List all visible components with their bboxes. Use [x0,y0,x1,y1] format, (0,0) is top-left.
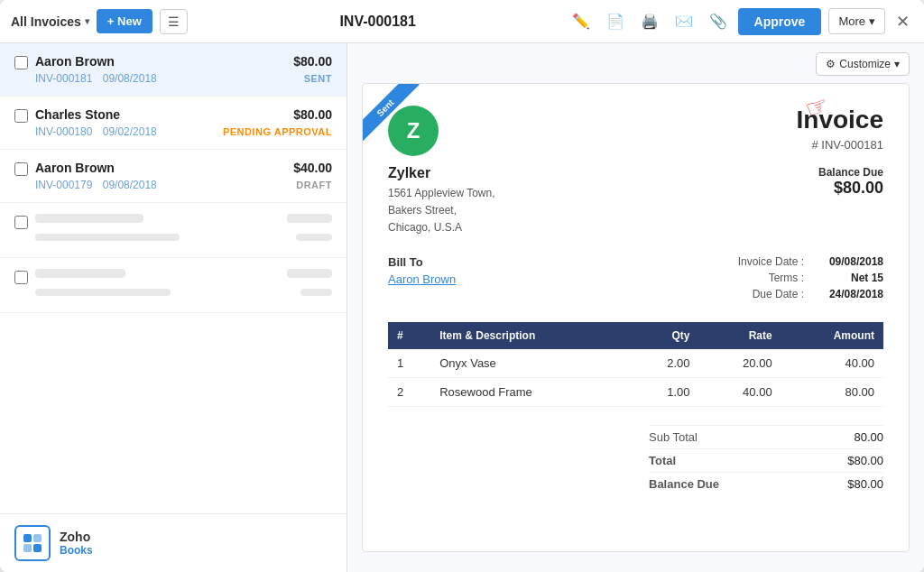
item-amount-1: $80.00 [293,54,332,69]
invoice-meta-table: Invoice Date : 09/08/2018 Terms : Net 15… [723,255,883,304]
customize-chevron-icon: ▾ [894,58,900,70]
logo-sub: Books [60,544,93,557]
item-date-1: 09/08/2018 [103,72,157,85]
cell-qty: 1.00 [628,377,699,406]
table-row: 2 Rosewood Frame 1.00 40.00 80.00 [388,377,883,406]
close-button[interactable]: ✕ [892,8,913,35]
status-badge-2: PENDING APPROVAL [223,126,332,137]
top-bar: All Invoices ▾ + New ☰ INV-000181 ✏️ 📄 🖨… [0,0,924,43]
more-label: More [838,14,865,28]
skeleton-checkbox-2[interactable] [14,271,28,284]
total-value: $80.00 [847,454,883,467]
list-item[interactable]: Aaron Brown $40.00 INV-000179 09/08/2018… [0,150,346,203]
cell-amount: 80.00 [781,377,883,406]
invoice-title-block: Invoice # INV-000181 Balance Due $80.00 [797,106,883,198]
terms-label: Terms : [723,272,804,284]
skeleton-item [0,258,346,313]
col-header-rate: Rate [698,322,781,349]
item-inv-id-3: INV-000179 [35,179,92,191]
cell-desc: Rosewood Frame [430,377,628,406]
customize-button[interactable]: ⚙ Customize ▾ [816,52,910,76]
email-icon-button[interactable]: ✉️ [671,9,697,33]
item-meta-3: INV-000179 09/08/2018 [35,179,164,191]
col-header-num: # [388,322,430,349]
logo-icon [14,525,51,561]
meta-row-due-date: Due Date : 24/08/2018 [723,288,883,300]
item-checkbox-2[interactable] [14,109,28,123]
meta-row-terms: Terms : Net 15 [723,272,883,284]
balance-due-label: Balance Due [797,166,883,179]
due-date-label: Due Date : [723,288,804,300]
list-item[interactable]: Aaron Brown $80.00 INV-000181 09/08/2018… [0,43,346,97]
cell-desc: Onyx Vase [430,349,628,378]
more-chevron-icon: ▾ [869,14,875,28]
col-header-qty: Qty [628,322,699,349]
table-row: 1 Onyx Vase 2.00 20.00 40.00 [388,349,883,378]
bill-section: Bill To Aaron Brown Invoice Date : 09/08… [388,255,883,304]
chevron-down-icon: ▾ [85,16,89,26]
approve-button[interactable]: Approve [738,8,822,35]
terms-value: Net 15 [811,272,883,284]
svg-rect-1 [33,534,42,542]
print-icon-button[interactable]: 🖨️ [637,9,662,33]
customize-bar: ⚙ Customize ▾ [347,43,924,76]
all-invoices-label: All Invoices [11,14,81,29]
company-address: 1561 Appleview Town, Bakers Street, Chic… [388,185,495,237]
app-window: All Invoices ▾ + New ☰ INV-000181 ✏️ 📄 🖨… [0,0,924,572]
svg-rect-2 [23,544,32,552]
item-name-3: Aaron Brown [35,161,115,175]
item-checkbox-3[interactable] [14,162,28,176]
col-header-amount: Amount [781,322,883,349]
all-invoices-dropdown[interactable]: All Invoices ▾ [11,14,89,29]
menu-button[interactable]: ☰ [160,9,188,34]
bill-to-label: Bill To [388,255,456,269]
logo-name: Zoho [60,530,93,544]
balance-due-footer-row: Balance Due $80.00 [649,472,883,495]
item-name-1: Aaron Brown [35,54,115,69]
item-meta-2: INV-000180 09/02/2018 [35,125,164,138]
invoice-document: Sent Z Zylker 1561 Appleview Town, Baker… [362,83,910,552]
totals-section: Sub Total 80.00 Total $80.00 Balance Due… [388,425,883,495]
cell-rate: 40.00 [698,377,781,406]
item-checkbox-1[interactable] [14,56,28,69]
invoice-date-value: 09/08/2018 [811,255,883,268]
sidebar: Aaron Brown $80.00 INV-000181 09/08/2018… [0,43,347,572]
logo-text-block: Zoho Books [60,530,93,557]
customize-label: Customize [839,58,891,70]
company-name: Zylker [388,165,495,181]
cell-num: 2 [388,377,430,406]
skeleton-checkbox-1[interactable] [14,216,28,229]
skeleton-item [0,203,346,258]
cell-qty: 2.00 [628,349,699,378]
due-date-value: 24/08/2018 [811,288,883,300]
bill-to-name[interactable]: Aaron Brown [388,272,456,286]
item-date-2: 09/02/2018 [103,125,157,138]
cell-num: 1 [388,349,430,378]
bill-to-block: Bill To Aaron Brown [388,255,456,286]
more-button[interactable]: More ▾ [828,8,885,34]
cell-rate: 20.00 [698,349,781,378]
totals-table: Sub Total 80.00 Total $80.00 Balance Due… [649,425,883,495]
new-button[interactable]: + New [97,9,152,33]
main-content: ☞ ⚙ Customize ▾ Sent Z [347,43,924,572]
item-name-2: Charles Stone [35,107,120,122]
invoice-title: Invoice [797,106,883,134]
subtotal-label: Sub Total [649,430,698,444]
items-table: # Item & Description Qty Rate Amount 1 O… [388,322,883,407]
edit-icon-button[interactable]: ✏️ [568,9,594,33]
balance-due-footer-label: Balance Due [649,477,719,491]
balance-due-amount: $80.00 [797,179,883,198]
pdf-icon-button[interactable]: 📄 [603,9,628,33]
item-inv-id-1: INV-000181 [35,72,92,85]
cell-amount: 40.00 [781,349,883,378]
invoice-date-label: Invoice Date : [723,255,804,268]
sent-ribbon: Sent [363,84,435,156]
item-amount-2: $80.00 [293,107,332,122]
item-amount-3: $40.00 [293,161,332,175]
status-badge-1: SENT [304,73,332,84]
logo-area: Zoho Books [0,513,346,572]
list-item[interactable]: Charles Stone $80.00 INV-000180 09/02/20… [0,97,346,150]
col-header-desc: Item & Description [430,322,628,349]
sent-ribbon-label: Sent [363,84,420,142]
attach-icon-button[interactable]: 📎 [706,9,731,33]
